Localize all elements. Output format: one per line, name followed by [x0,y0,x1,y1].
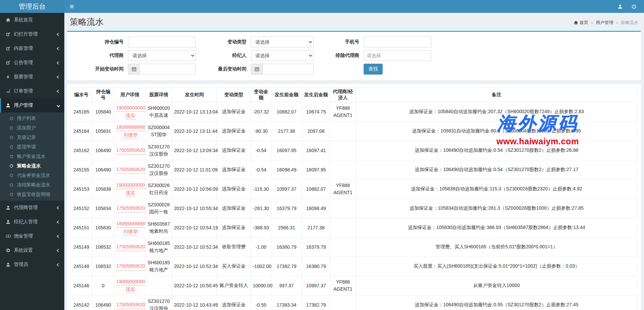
before-amount-cell: 997.37 [271,276,302,295]
sidebar-subitem-label: 添加用户 [17,125,36,131]
user-cell: 17505950620 [114,295,145,310]
flow-id-cell: 245153 [71,180,92,199]
change-type-cell: 买入保证金 [217,257,251,276]
sidebar-item-label: 经纪人管理 [14,219,38,225]
after-amount-cell: 16097.95 [302,160,330,180]
breadcrumb-link[interactable]: 用户管理 [596,20,613,26]
change-type-cell: 账户资金转入 [217,276,251,295]
user-cell: 19000000000现实 [114,276,145,295]
after-amount-cell: 17382.79 [302,295,330,310]
user-cell: 17505950620 [114,160,145,180]
sidebar-item-brokers[interactable]: 经纪人管理 [0,215,64,229]
time-cell: 2022-10-12 10:43:49 [172,295,217,310]
remark-cell: 追加保证金：106490自动追加履约金:0.54（SZ301270股数2）止损参… [356,141,637,160]
stock-cell: SZ300026红日药业 [145,180,172,199]
amount-cell: -388.93 [251,218,271,237]
sidebar-subitem-account-funds-flow[interactable]: 账户资金流水 [0,152,64,161]
home-icon [6,18,14,22]
start-change-time-input[interactable] [139,64,196,75]
breadcrumb-home-link[interactable]: 首页 [574,20,588,26]
brand-logo[interactable]: 管理后台 [0,0,64,13]
agent-cell [330,237,356,257]
user-detail-link[interactable]: 19000000000现实 [116,104,145,120]
flow-table: 编水号持仓编号用户详情股票详情发生时间变动类型变动金额发生前金额发生后金额代理商… [70,87,638,310]
table-row: 24514910653217505950620SH600185格力地产2022-… [71,237,638,257]
before-amount-cell: 10997.37 [271,180,302,199]
sidebar-subitem-add-user[interactable]: 添加用户 [0,123,64,133]
sidebar-subitem-user-list[interactable]: 用户列表 [0,114,64,123]
exclude-agent-input[interactable] [364,50,431,61]
sidebar-item-slides[interactable]: 幻灯片管理 [0,27,64,41]
sidebar-item-notice[interactable]: 公告管理 [0,56,64,70]
sidebar-subitem-shouyibao-details[interactable]: 收益宝收益明细 [0,190,64,199]
search-button[interactable]: 查找 [364,64,383,75]
user-detail-link[interactable]: 17505950620 [116,204,145,212]
position-id-input[interactable] [128,37,196,47]
money-icon [6,234,14,239]
user-detail-link[interactable]: 19000000000现实 [116,181,145,197]
user-icon[interactable] [618,4,623,9]
user-detail-link[interactable]: 19000000000现实 [116,278,145,294]
amount-cell: 10000.00 [251,276,271,295]
sidebar-item-commission[interactable]: 佣金管理 [0,229,64,243]
change-type-select[interactable]: 请选择 [251,37,314,47]
position-id-cell: 106532 [92,237,114,257]
last-change-time-input[interactable] [262,64,314,75]
user-detail-link[interactable]: 18088888888刘德华 [116,123,145,139]
flow-id-cell: 245148 [71,257,92,276]
stock-cell: SH600185格力地产 [145,237,172,257]
broker-select[interactable]: 请选择 [251,50,314,61]
stock-cell: SH603587地素时尚 [145,218,172,237]
position-id-cell: 105831 [92,122,114,141]
remark-cell: 追加保证金：105838自动追加履约金:115.3（SZ300026股数2320… [356,180,637,199]
sidebar-item-system-settings[interactable]: 系统设置 [0,243,64,257]
sidebar-subitem-withdraw-requests[interactable]: 提现申请 [0,142,64,152]
sidebar-item-system-home[interactable]: 系统首页 [0,13,64,27]
sidebar-subitem-strategy-funds-flow[interactable]: 策略金流水 [0,161,64,171]
gear-icon [6,248,14,253]
amount-cell: -1.00 [251,237,271,257]
agent-select[interactable]: 请选择 [128,50,196,61]
user-detail-link[interactable]: 17505950620 [116,262,145,270]
agent-cell: YF888AGENT1 [330,102,356,122]
column-header: 编水号 [71,88,92,102]
sidebar-item-stocks[interactable]: 股票管理 [0,70,64,84]
edit-icon [6,46,14,51]
after-amount-cell: 10882.07 [302,180,330,199]
after-amount-cell: 2097.08 [302,122,330,141]
sidebar-item-label: 用户管理 [14,102,33,108]
user-detail-link[interactable]: 17505950620 [116,166,145,173]
position-id-cell: 105840 [92,102,114,122]
column-header: 用户详情 [114,88,145,102]
sidebar-subitem-frozen-strategy-flow[interactable]: 冻结策略金流水 [0,180,64,190]
sidebar-subitem-recharge-records[interactable]: 充值记录 [0,133,64,142]
remark-cell: 追加保证金：106490自动追加履约金:0.54（SZ301270股数2）止损参… [356,160,637,180]
position-id-label: 持仓编号 [67,39,128,45]
topbar: 管理后台 ≡ [0,0,644,13]
user-detail-link[interactable]: 17505950620 [116,301,145,309]
sidebar-item-agents[interactable]: 代理商管理 [0,201,64,215]
phone-input[interactable] [364,37,431,47]
stock-cell: SZ301270汉仪股份 [145,141,172,160]
power-icon[interactable] [631,4,637,9]
breadcrumb-separator: > [591,20,594,25]
user-detail-link[interactable]: 17505950620 [116,146,145,154]
app: 管理后台 ≡ 系统首页幻灯片管理内容管理公告管理股票管理订单管理用户管理用户列表… [0,0,644,310]
table-row: 24515110583018088888888刘德华SH603587地素时尚20… [71,218,638,237]
sidebar-item-orders[interactable]: 订单管理 [0,84,64,98]
before-amount-cell: 16098.49 [271,160,302,180]
user-detail-link[interactable]: 17505950620 [116,243,145,251]
remark-cell: 从账户资金转入10000 [356,276,637,295]
remark-cell: 追加保证金：105830自动追加履约金:388.93（SH603587股数286… [356,218,637,237]
sidebar-item-content[interactable]: 内容管理 [0,41,64,56]
chevron-left-icon [57,249,60,252]
user-detail-link[interactable]: 18088888888刘德华 [116,220,145,236]
amount-cell: -0.54 [251,141,271,160]
sidebar-toggle-icon[interactable]: ≡ [64,0,79,13]
sidebar-item-admins[interactable]: 管理员 [0,257,64,272]
circle-icon [9,145,17,149]
sidebar-subitem-voucher-funds-flow[interactable]: 代金券资金流水 [0,171,64,180]
sidebar-item-users[interactable]: 用户管理 [0,98,64,112]
before-amount-cell: 16097.95 [271,141,302,160]
position-id-cell: 105838 [92,180,114,199]
